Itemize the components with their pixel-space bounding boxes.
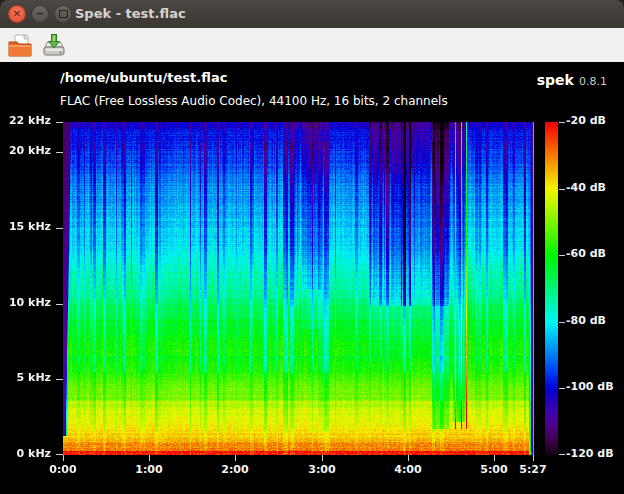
db-tick-label: -100 dB	[566, 380, 614, 393]
db-tick-label: -40 dB	[566, 181, 606, 194]
spectrogram-canvas	[63, 122, 533, 455]
db-tick-label: -120 dB	[566, 447, 614, 460]
close-button[interactable]: ✕	[8, 5, 26, 23]
freq-tick-label: 22 kHz	[0, 114, 51, 127]
freq-tick-label: 5 kHz	[0, 371, 51, 384]
time-tick-label: 2:00	[213, 463, 257, 476]
freq-tick	[56, 228, 63, 229]
time-tick-label: 3:00	[300, 463, 344, 476]
spectrogram-plot	[63, 122, 534, 455]
db-tick	[559, 388, 565, 389]
spectrogram-panel: /home/ubuntu/test.flac spek 0.8.1 FLAC (…	[0, 62, 624, 494]
db-colorbar	[545, 122, 558, 455]
db-tick	[559, 122, 565, 123]
time-tick	[63, 455, 64, 461]
freq-tick-label: 0 kHz	[0, 447, 51, 460]
app-brand: spek 0.8.1	[537, 70, 607, 89]
time-tick	[533, 455, 534, 461]
titlebar[interactable]: ✕ − Spek - test.flac	[0, 0, 624, 29]
freq-tick	[56, 122, 63, 123]
freq-tick	[56, 379, 63, 380]
time-tick	[408, 455, 409, 461]
time-tick-label: 5:27	[511, 463, 555, 476]
db-tick	[559, 189, 565, 190]
minimize-button[interactable]: −	[31, 5, 49, 23]
db-tick-label: -60 dB	[566, 247, 606, 260]
db-tick	[559, 255, 565, 256]
time-tick-label: 1:00	[127, 463, 171, 476]
freq-tick-label: 10 kHz	[0, 296, 51, 309]
file-info: FLAC (Free Lossless Audio Codec), 44100 …	[60, 94, 448, 108]
maximize-icon	[59, 10, 68, 18]
app-name: spek	[537, 72, 574, 88]
db-tick	[559, 454, 565, 455]
app-version: 0.8.1	[579, 75, 607, 88]
file-path: /home/ubuntu/test.flac	[60, 70, 227, 85]
save-drive-icon	[41, 33, 67, 59]
time-tick-label: 5:00	[472, 463, 516, 476]
time-tick	[149, 455, 150, 461]
freq-tick-label: 15 kHz	[0, 220, 51, 233]
time-tick	[235, 455, 236, 461]
freq-tick	[56, 304, 63, 305]
db-tick	[559, 322, 565, 323]
app-window: ✕ − Spek - test.flac	[0, 0, 624, 494]
folder-open-icon	[7, 33, 33, 59]
minimize-icon: −	[36, 9, 44, 19]
time-tick-label: 4:00	[386, 463, 430, 476]
toolbar	[0, 28, 624, 62]
freq-tick	[56, 152, 63, 153]
freq-tick	[56, 454, 63, 455]
maximize-button[interactable]	[54, 5, 72, 23]
db-tick-label: -20 dB	[566, 114, 606, 127]
open-file-button[interactable]	[5, 31, 35, 61]
save-button[interactable]	[39, 31, 69, 61]
db-tick-label: -80 dB	[566, 314, 606, 327]
time-tick	[322, 455, 323, 461]
window-title: Spek - test.flac	[75, 0, 186, 28]
freq-tick-label: 20 kHz	[0, 144, 51, 157]
time-tick	[494, 455, 495, 461]
close-icon: ✕	[13, 9, 21, 19]
time-tick-label: 0:00	[41, 463, 85, 476]
